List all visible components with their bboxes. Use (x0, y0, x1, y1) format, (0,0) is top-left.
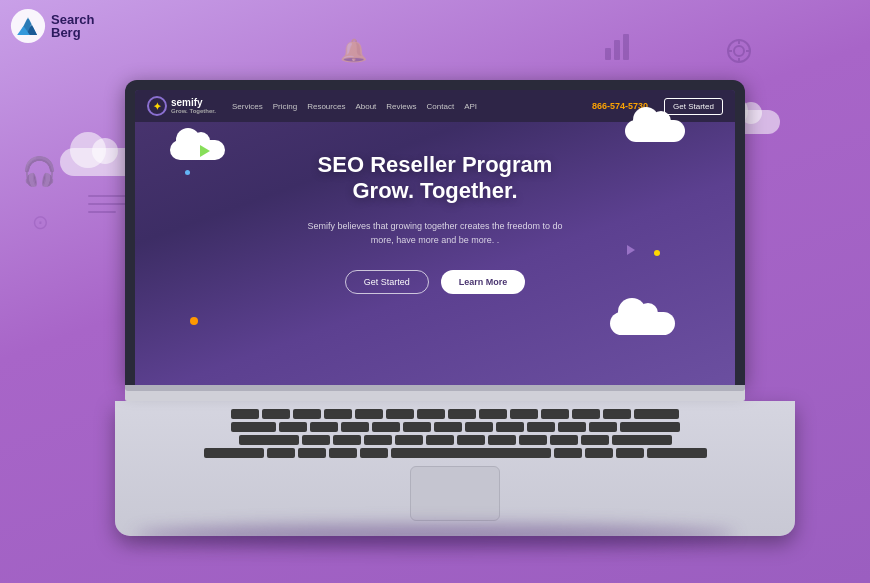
trackpad[interactable] (410, 466, 500, 521)
key (434, 422, 462, 432)
laptop: ✦ semify Grow. Together. Services Pricin… (115, 80, 755, 536)
key-row-1 (145, 409, 765, 419)
key (585, 448, 613, 458)
key-spacebar (391, 448, 551, 458)
key (386, 409, 414, 419)
key (465, 422, 493, 432)
semify-logo-text: semify Grow. Together. (171, 97, 216, 115)
key (612, 435, 672, 445)
key (510, 409, 538, 419)
nav-get-started-button[interactable]: Get Started (664, 98, 723, 115)
hero-title: SEO Reseller Program Grow. Together. (155, 152, 715, 205)
key (634, 409, 679, 419)
key (496, 422, 524, 432)
key (239, 435, 299, 445)
key (231, 422, 276, 432)
bar-chart-icon (603, 30, 635, 62)
laptop-screen-outer: ✦ semify Grow. Together. Services Pricin… (125, 80, 745, 385)
svg-rect-0 (605, 48, 611, 60)
bell-icon: 🔔 (340, 38, 367, 64)
key (231, 409, 259, 419)
nav-pricing[interactable]: Pricing (273, 102, 297, 111)
laptop-hinge (125, 385, 745, 391)
key (457, 435, 485, 445)
svg-point-4 (734, 46, 744, 56)
laptop-keyboard-area (115, 401, 795, 536)
key (324, 409, 352, 419)
nav-services[interactable]: Services (232, 102, 263, 111)
key (426, 435, 454, 445)
key (519, 435, 547, 445)
key-row-3 (145, 435, 765, 445)
laptop-body: ✦ semify Grow. Together. Services Pricin… (125, 80, 745, 401)
play-circle-icon: ⊙ (32, 210, 49, 234)
key (293, 409, 321, 419)
key (550, 435, 578, 445)
key (333, 435, 361, 445)
key (302, 435, 330, 445)
keyboard (145, 409, 765, 458)
key (603, 409, 631, 419)
nav-reviews[interactable]: Reviews (386, 102, 416, 111)
key (360, 448, 388, 458)
key (395, 435, 423, 445)
hero-title-line1: SEO Reseller Program (155, 152, 715, 178)
key (341, 422, 369, 432)
nav-resources[interactable]: Resources (307, 102, 345, 111)
hero-buttons: Get Started Learn More (155, 270, 715, 294)
headphones-icon: 🎧 (22, 155, 57, 188)
target-icon (726, 38, 752, 64)
screen-hero: SEO Reseller Program Grow. Together. Sem… (135, 122, 735, 324)
hero-learn-more-button[interactable]: Learn More (441, 270, 526, 294)
key (262, 409, 290, 419)
search-berg-mountain-icon (10, 8, 46, 44)
laptop-base (125, 385, 745, 401)
search-berg-logo: Search Berg (10, 8, 94, 44)
key (479, 409, 507, 419)
key (589, 422, 617, 432)
key (448, 409, 476, 419)
key (554, 448, 582, 458)
hero-subtitle: Semify believes that growing together cr… (305, 219, 565, 248)
svg-rect-2 (623, 34, 629, 60)
key (572, 409, 600, 419)
key (279, 422, 307, 432)
key (527, 422, 555, 432)
key (310, 422, 338, 432)
hero-title-line2: Grow. Together. (155, 178, 715, 204)
key (581, 435, 609, 445)
search-berg-text: Search Berg (51, 13, 94, 39)
semify-logo-icon: ✦ (147, 96, 167, 116)
nav-contact[interactable]: Contact (427, 102, 455, 111)
svg-rect-1 (614, 40, 620, 60)
nav-api[interactable]: API (464, 102, 477, 111)
key (267, 448, 295, 458)
key (647, 448, 707, 458)
key (355, 409, 383, 419)
laptop-shadow (135, 524, 735, 546)
key (364, 435, 392, 445)
semify-plus-icon: ✦ (153, 101, 161, 112)
key (403, 422, 431, 432)
key-row-2 (145, 422, 765, 432)
key (329, 448, 357, 458)
key (488, 435, 516, 445)
key (616, 448, 644, 458)
key-row-4 (145, 448, 765, 458)
key (298, 448, 326, 458)
laptop-screen: ✦ semify Grow. Together. Services Pricin… (135, 90, 735, 385)
nav-about[interactable]: About (355, 102, 376, 111)
key (620, 422, 680, 432)
key (204, 448, 264, 458)
semify-logo: ✦ semify Grow. Together. (147, 96, 216, 116)
key (417, 409, 445, 419)
key (558, 422, 586, 432)
background: 🎧 ⊙ 🔔 Search Berg (0, 0, 870, 583)
key (541, 409, 569, 419)
hero-get-started-button[interactable]: Get Started (345, 270, 429, 294)
key (372, 422, 400, 432)
nav-links: Services Pricing Resources About Reviews… (232, 102, 576, 111)
